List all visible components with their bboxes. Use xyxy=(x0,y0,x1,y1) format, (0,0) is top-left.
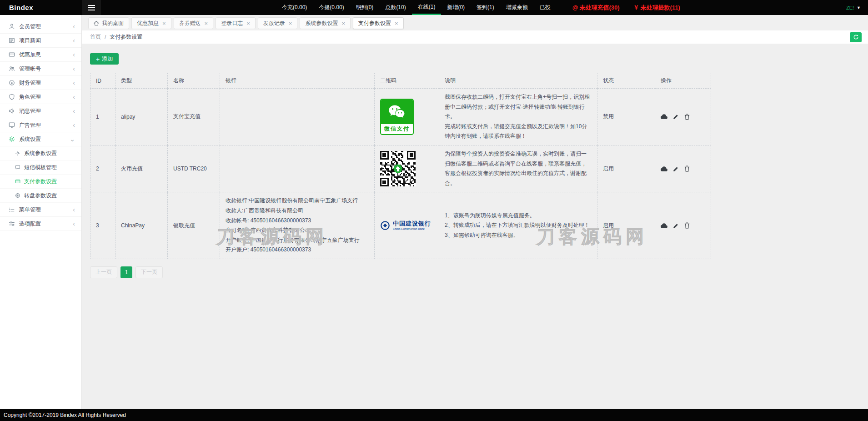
close-icon[interactable]: × xyxy=(205,20,208,27)
stat-new[interactable]: 新增(0) xyxy=(441,0,471,15)
footer: Copyright ©2017-2019 Bindex All Rights R… xyxy=(0,409,868,421)
sidebar-item-label: 项目新闻 xyxy=(19,37,41,45)
sidebar-item-label: 会员管理 xyxy=(19,23,41,30)
pending-recharge-label: 未处理充值(30) xyxy=(579,4,619,12)
sidebar-toggle-button[interactable] xyxy=(82,0,101,15)
wheel-icon xyxy=(15,193,20,199)
pending-withdraw-label: 未处理提款(11) xyxy=(641,4,680,12)
cloud-upload-icon[interactable] xyxy=(661,222,668,229)
pending-recharge-alert[interactable]: @ 未处理充值(30) xyxy=(566,0,627,15)
delete-icon[interactable] xyxy=(683,222,691,229)
cell-actions xyxy=(655,89,711,145)
cell-status: 启用 xyxy=(597,145,655,192)
cell-status: 禁用 xyxy=(597,89,655,145)
user-menu[interactable]: ZE! ▼ xyxy=(846,0,868,15)
user-icon xyxy=(8,23,15,30)
tab-label: 我的桌面 xyxy=(102,20,124,27)
cell-id: 2 xyxy=(90,145,115,192)
add-button[interactable]: + 添加 xyxy=(90,53,119,65)
chevron-left-icon: ‹ xyxy=(73,221,75,227)
chevron-left-icon: ‹ xyxy=(73,80,75,86)
stat-adjust-balance[interactable]: 增减余额 xyxy=(500,0,534,15)
close-icon[interactable]: × xyxy=(341,20,345,27)
cloud-upload-icon[interactable] xyxy=(661,165,668,172)
sidebar-item-label: 财务管理 xyxy=(19,79,41,87)
wechat-pay-label: 微信支付 xyxy=(381,124,413,134)
chat-bubble-icon xyxy=(15,165,20,170)
edit-icon[interactable] xyxy=(672,222,679,229)
sidebar-item-finance[interactable]: 财务管理 ‹ xyxy=(0,76,81,90)
tab-my-desktop[interactable]: 我的桌面 xyxy=(88,17,129,29)
stat-invested[interactable]: 已投 xyxy=(534,0,557,15)
pending-withdraw-alert[interactable]: ￥ 未处理提款(11) xyxy=(627,0,687,15)
sidebar-item-label: 系统设置 xyxy=(19,135,41,143)
delete-icon[interactable] xyxy=(683,113,691,120)
tab-system-params[interactable]: 系统参数设置 × xyxy=(300,17,351,29)
sidebar-item-menu-mgmt[interactable]: 菜单管理 ‹ xyxy=(0,203,81,217)
sidebar-item-label: 管理帐号 xyxy=(19,65,41,73)
sidebar-item-roles[interactable]: 角色管理 ‹ xyxy=(0,90,81,104)
tab-coupon-gift[interactable]: 券券赠送 × xyxy=(174,17,214,29)
cell-bank xyxy=(220,145,375,192)
cloud-upload-icon[interactable] xyxy=(661,113,668,120)
sidebar-subitem-system-params[interactable]: 系统参数设置 xyxy=(0,146,81,160)
tab-label: 登录日志 xyxy=(221,20,243,27)
stat-signin[interactable]: 签到(1) xyxy=(471,0,500,15)
sidebar-item-promo-interest[interactable]: 优惠加息 ‹ xyxy=(0,48,81,62)
sidebar-item-ads[interactable]: 广告管理 ‹ xyxy=(0,118,81,132)
cell-qrcode: 微信支付 xyxy=(375,89,439,145)
home-icon xyxy=(94,20,99,26)
col-id: ID xyxy=(90,73,115,89)
app-logo: Bindex xyxy=(0,0,82,15)
stat-today-withdraw[interactable]: 今提(0.00) xyxy=(313,0,350,15)
next-page-button[interactable]: 下一页 xyxy=(135,266,163,278)
sidebar-subitem-label: 系统参数设置 xyxy=(24,150,57,157)
ad-screen-icon xyxy=(8,122,15,129)
cell-qrcode xyxy=(375,145,439,192)
col-bank: 银行 xyxy=(220,73,375,89)
close-icon[interactable]: × xyxy=(162,20,166,27)
stat-today-recharge[interactable]: 今充(0.00) xyxy=(276,0,313,15)
cell-description: 为保障每个投资人的投资资金准确无误，实时到账，请扫一扫微信客服二维码或者咨询平台… xyxy=(439,145,597,192)
col-status: 状态 xyxy=(597,73,655,89)
close-icon[interactable]: × xyxy=(395,20,398,27)
refresh-button[interactable] xyxy=(850,32,862,42)
page-number-button[interactable]: 1 xyxy=(120,266,132,278)
sidebar: 会员管理 ‹ 项目新闻 ‹ 优惠加息 ‹ 管理帐号 ‹ 财务管理 ‹ 角色管理 … xyxy=(0,15,82,409)
sidebar-item-members[interactable]: 会员管理 ‹ xyxy=(0,20,81,34)
sidebar-item-system-settings[interactable]: 系统设置 ⌄ xyxy=(0,132,81,146)
stat-due-tomorrow[interactable]: 明到(0) xyxy=(350,0,380,15)
prev-page-button[interactable]: 上一页 xyxy=(90,266,117,278)
sidebar-subitem-wheel-params[interactable]: 转盘参数设置 xyxy=(0,189,81,203)
close-icon[interactable]: × xyxy=(246,20,250,27)
cell-type: 火币充值 xyxy=(115,145,168,192)
tab-grant-records[interactable]: 发放记录 × xyxy=(258,17,298,29)
delete-icon[interactable] xyxy=(683,165,691,172)
col-type: 类型 xyxy=(115,73,168,89)
cell-description: 1、该账号为朕玥传媒专属充值服务。 2、转账成功后，请在下方填写汇款说明以便财务… xyxy=(439,192,597,259)
sidebar-subitem-payment-params[interactable]: 支付参数设置 xyxy=(0,175,81,189)
stat-total[interactable]: 总数(10) xyxy=(379,0,411,15)
edit-icon[interactable] xyxy=(672,165,679,172)
close-icon[interactable]: × xyxy=(289,20,292,27)
breadcrumb-home[interactable]: 首页 xyxy=(90,33,101,41)
ccb-name-en: China Construction Bank xyxy=(393,227,427,231)
tab-promo-interest[interactable]: 优惠加息 × xyxy=(131,17,171,29)
cell-bank: 收款银行:中国建设银行股份有限公司南宁五象广场支行 收款人:广西贵隆和科技有限公… xyxy=(220,192,375,259)
stat-online[interactable]: 在线(1) xyxy=(412,0,442,15)
tab-login-log[interactable]: 登录日志 × xyxy=(216,17,256,29)
gear-small-icon xyxy=(15,150,20,156)
sidebar-item-options-config[interactable]: 选项配置 ‹ xyxy=(0,217,81,231)
sidebar-item-admin-accounts[interactable]: 管理帐号 ‹ xyxy=(0,62,81,76)
table-row: 1 alipay 支付宝充值 xyxy=(90,89,711,145)
sidebar-item-messages[interactable]: 消息管理 ‹ xyxy=(0,104,81,118)
chevron-left-icon: ‹ xyxy=(73,65,75,72)
sidebar-subitem-sms-templates[interactable]: 短信模板管理 xyxy=(0,160,81,175)
news-icon xyxy=(8,37,15,44)
edit-icon[interactable] xyxy=(672,113,679,120)
sidebar-item-news[interactable]: 项目新闻 ‹ xyxy=(0,34,81,48)
topbar: Bindex 今充(0.00) 今提(0.00) 明到(0) 总数(10) 在线… xyxy=(0,0,868,15)
chevron-left-icon: ‹ xyxy=(73,108,75,114)
chevron-down-icon: ⌄ xyxy=(70,136,75,142)
tab-payment-params[interactable]: 支付参数设置 × xyxy=(353,17,404,29)
